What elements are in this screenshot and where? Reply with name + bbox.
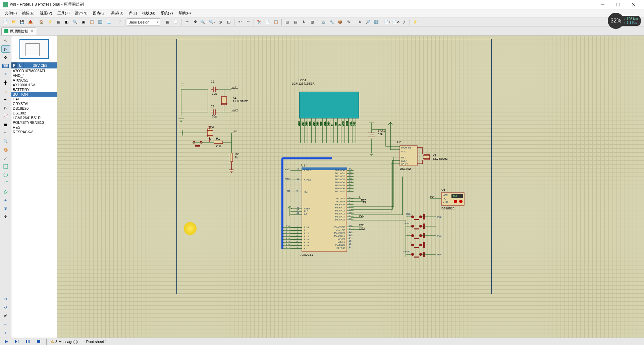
packaging-tool-icon[interactable]: 📦 <box>336 18 344 26</box>
step-simulation-button[interactable] <box>13 339 21 345</box>
home-page-icon[interactable]: 🏠 <box>38 18 46 26</box>
block-copy-icon[interactable]: ▥ <box>283 18 291 26</box>
messages-status[interactable]: ⚠ 8 Message(s) <box>48 339 80 344</box>
origin-icon[interactable]: ✛ <box>183 18 191 26</box>
menu-tools[interactable]: 工具(T) <box>55 10 72 17</box>
run-simulation-button[interactable] <box>2 339 11 345</box>
device-item[interactable]: DS1302 <box>11 111 57 115</box>
new-file-icon[interactable]: 📄 <box>1 18 9 26</box>
graphs-icon[interactable]: 📈 <box>1 112 10 120</box>
device-item[interactable]: BATTERY <box>11 87 57 92</box>
device-item[interactable]: DS18B20 <box>11 106 57 111</box>
2d-text-icon[interactable]: S <box>1 205 10 212</box>
electrical-rule-check-icon[interactable]: ⚡ <box>411 18 419 26</box>
new-sheet-icon[interactable]: 📄+ <box>383 18 391 26</box>
wire-label-icon[interactable]: LBL <box>1 62 10 69</box>
toggle-grid-icon[interactable]: ▦ <box>163 18 171 26</box>
copy-icon[interactable]: 📄 <box>264 18 272 26</box>
menu-design[interactable]: 设计(N) <box>72 10 90 17</box>
decompose-icon[interactable]: ✎ <box>344 18 353 26</box>
mirror-horizontal-icon[interactable]: ↔ <box>1 321 10 328</box>
selection-mode-icon[interactable]: ↖ <box>1 37 10 44</box>
subcircuit-icon[interactable]: ▯ <box>1 87 10 95</box>
device-item[interactable]: AX1000U16V <box>11 83 57 87</box>
3d-visualizer-icon[interactable]: ▣ <box>79 18 88 26</box>
bus-icon[interactable]: ╋ <box>1 79 10 86</box>
property-assignment-icon[interactable]: ℹ️ <box>372 18 380 26</box>
zoom-in-icon[interactable]: 🔍+ <box>200 18 208 26</box>
device-item[interactable]: A700D107M006ATI <box>11 68 57 73</box>
device-item[interactable]: AT89C51 <box>11 78 57 83</box>
device-item[interactable]: CAP <box>11 97 57 101</box>
menu-edit[interactable]: 编辑(E) <box>19 10 37 17</box>
wire-autoroute-icon[interactable]: ↯ <box>356 18 364 26</box>
virtual-instruments-icon[interactable]: ／ <box>1 154 10 162</box>
menu-file[interactable]: 文件(F) <box>2 10 19 17</box>
devices-list[interactable]: A700D107M006ATIAND_4AT89C51AX1000U16VBAT… <box>11 68 57 338</box>
import-icon[interactable]: 📥 <box>26 18 35 26</box>
overview-navigator[interactable] <box>11 36 57 62</box>
2d-circle-icon[interactable] <box>1 180 10 187</box>
pcb-layout-icon[interactable]: ▦ <box>54 18 62 26</box>
pick-devices-button[interactable]: P <box>11 62 17 68</box>
search-icon[interactable]: 🔎 <box>364 18 372 26</box>
2d-line-icon[interactable] <box>1 163 10 170</box>
design-variant-combo[interactable]: Base Design <box>127 18 160 26</box>
voltage-probe-icon[interactable]: 🔍 <box>1 138 10 145</box>
rotate-ccw-icon[interactable]: ↺ <box>1 304 10 311</box>
pause-simulation-button[interactable] <box>23 339 32 345</box>
library-button[interactable]: L <box>17 62 23 68</box>
zoom-area-icon[interactable]: ◫ <box>225 18 233 26</box>
2d-path-icon[interactable]: A <box>1 196 10 204</box>
schematic-canvas[interactable]: C1 30p C2 30p X1 11.059Mhz xtal1 xtal2 C… <box>57 36 644 338</box>
paste-icon[interactable]: 📋 <box>272 18 280 26</box>
terminal-icon[interactable]: ⊸ <box>1 96 10 103</box>
junction-dot-icon[interactable]: ✛ <box>1 54 10 61</box>
menu-debug[interactable]: 调试(D) <box>108 10 126 17</box>
device-item[interactable]: AND_4 <box>11 73 57 78</box>
pan-icon[interactable]: ✥ <box>191 18 199 26</box>
exit-to-parent-icon[interactable]: ⤴ <box>400 18 408 26</box>
make-device-icon[interactable]: 🔧 <box>328 18 336 26</box>
menu-view[interactable]: 视图(V) <box>37 10 55 17</box>
bill-of-materials-icon[interactable]: 📋 <box>88 18 96 26</box>
gerber-view-icon[interactable]: ◧ <box>63 18 71 26</box>
2d-box-icon[interactable] <box>1 171 10 179</box>
device-item[interactable]: RES <box>11 125 57 130</box>
open-file-icon[interactable]: 📂 <box>10 18 18 26</box>
2d-arc-icon[interactable] <box>1 188 10 195</box>
block-rotate-icon[interactable]: ↻ <box>300 18 308 26</box>
remove-sheet-icon[interactable]: 📄✕ <box>392 18 400 26</box>
minimize-button[interactable] <box>595 0 610 9</box>
project-notes-icon[interactable]: 📃 <box>105 18 113 26</box>
pick-devices-icon[interactable]: 🔬 <box>319 18 327 26</box>
device-item[interactable]: RESPACK-8 <box>11 130 57 134</box>
rotate-cw-icon[interactable]: ↻ <box>1 295 10 303</box>
design-explorer-icon[interactable]: 🔍 <box>71 18 79 26</box>
component-mode-icon[interactable]: ▷ <box>1 45 10 53</box>
tab-schematic[interactable]: 原理图绘制 × <box>1 28 36 35</box>
device-item[interactable]: POLYSTYRENE10 <box>11 120 57 125</box>
block-move-icon[interactable]: ▤ <box>291 18 300 26</box>
tape-recorder-icon[interactable]: ◼ <box>1 121 10 128</box>
menu-graph[interactable]: 图表(G) <box>90 10 108 17</box>
device-item[interactable]: CRYSTAL <box>11 101 57 106</box>
menu-help[interactable]: 帮助(H) <box>176 10 194 17</box>
source-code-icon[interactable]: 🔤 <box>96 18 104 26</box>
zoom-out-icon[interactable]: 🔍- <box>208 18 216 26</box>
block-delete-icon[interactable]: ▨ <box>308 18 316 26</box>
undo-icon[interactable]: ↶ <box>236 18 244 26</box>
menu-system[interactable]: 系统(Y) <box>158 10 176 17</box>
sheet-indicator[interactable]: Root sheet 1 <box>84 340 110 344</box>
device-pin-icon[interactable]: ▷ <box>1 104 10 111</box>
generators-icon[interactable]: 〜 <box>1 129 10 137</box>
maximize-button[interactable] <box>610 0 626 9</box>
current-probe-icon[interactable]: 🎨 <box>1 146 10 153</box>
mirror-vertical-icon[interactable]: ↕ <box>1 329 10 336</box>
2d-symbol-icon[interactable]: ✛ <box>1 213 10 220</box>
zoom-all-icon[interactable]: ◎ <box>216 18 224 26</box>
schematic-capture-icon[interactable]: ⚡ <box>46 18 54 26</box>
cut-icon[interactable]: ✂️ <box>255 18 263 26</box>
menu-library[interactable]: 库(L) <box>126 10 140 17</box>
help-icon[interactable]: ❔ <box>116 18 124 26</box>
